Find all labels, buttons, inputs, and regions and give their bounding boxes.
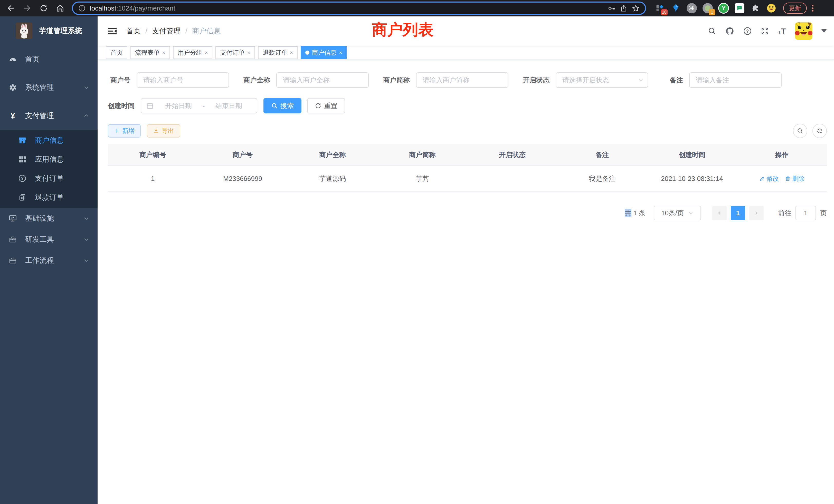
- sidebar-item-system[interactable]: 系统管理: [0, 73, 97, 101]
- sidebar-item-label: 基础设施: [25, 213, 54, 223]
- export-button[interactable]: 导出: [147, 124, 180, 138]
- reload-icon[interactable]: [36, 1, 51, 16]
- remark-input[interactable]: [689, 72, 782, 88]
- yen-circle-icon: ¥: [19, 174, 26, 182]
- extension-palette-icon[interactable]: 10: [654, 3, 665, 14]
- status-select[interactable]: 请选择开启状态: [556, 72, 648, 88]
- close-icon[interactable]: ×: [339, 50, 342, 56]
- browser-menu-icon[interactable]: [812, 5, 813, 12]
- full-name-input[interactable]: [276, 72, 369, 88]
- address-bar[interactable]: localhost:1024/pay/merchant: [72, 2, 646, 15]
- close-icon[interactable]: ×: [162, 50, 166, 56]
- add-button[interactable]: 新增: [108, 124, 141, 138]
- breadcrumb-home[interactable]: 首页: [126, 26, 141, 36]
- share-icon[interactable]: [620, 4, 628, 12]
- sidebar-item-label: 工作流程: [25, 256, 54, 265]
- sidebar-item-label: 商户信息: [35, 136, 64, 145]
- short-name-input[interactable]: [416, 72, 508, 88]
- screen: localhost:1024/pay/merchant 10 ⌘: [0, 0, 834, 504]
- close-icon[interactable]: ×: [247, 50, 250, 56]
- sidebar-item-dev-tools[interactable]: 研发工具: [0, 229, 97, 250]
- tags-view-bar: 首页 流程表单× 用户分组× 支付订单× 退款订单× 商户信息×: [97, 46, 834, 60]
- remark-label: 备注: [668, 76, 683, 85]
- table-row: 1 M233666999 芋道源码 芋艿 我是备注 2021-10-23 08:…: [108, 166, 827, 191]
- start-date-placeholder: 开始日期: [156, 101, 202, 110]
- extension-gray-icon[interactable]: 1: [702, 3, 713, 14]
- col-create-time: 创建时间: [647, 151, 737, 159]
- chrome-update-button[interactable]: 更新: [783, 3, 807, 14]
- url-text[interactable]: localhost:1024/pay/merchant: [90, 4, 603, 12]
- navbar-actions: ? тT: [708, 22, 827, 40]
- edit-link[interactable]: 修改: [759, 175, 779, 183]
- toggle-search-button[interactable]: [793, 124, 807, 138]
- prev-page-button[interactable]: [712, 206, 727, 220]
- tab-merchant-info[interactable]: 商户信息×: [301, 46, 347, 59]
- sidebar-item-infrastructure[interactable]: 基础设施: [0, 208, 97, 229]
- close-icon[interactable]: ×: [290, 50, 293, 56]
- extension-chat-icon[interactable]: [734, 3, 745, 14]
- sidebar-item-payment[interactable]: ¥ 支付管理: [0, 101, 97, 130]
- sidebar-item-refund-order[interactable]: 退款订单: [0, 188, 97, 207]
- col-full-name: 商户全称: [288, 151, 377, 159]
- delete-link[interactable]: 删除: [785, 175, 805, 183]
- tab-refund-order[interactable]: 退款订单×: [258, 46, 298, 59]
- extension-command-icon[interactable]: ⌘: [686, 3, 697, 14]
- close-icon[interactable]: ×: [205, 50, 208, 56]
- goto-page-input[interactable]: [795, 206, 816, 220]
- monitor-icon: [9, 214, 17, 223]
- sidebar-item-workflow[interactable]: 工作流程: [0, 250, 97, 271]
- sidebar-item-merchant-info[interactable]: 商户信息: [0, 131, 97, 150]
- search-icon[interactable]: [708, 27, 717, 36]
- github-icon[interactable]: [725, 26, 734, 36]
- tab-user-group[interactable]: 用户分组×: [173, 46, 213, 59]
- page-unit-label: 页: [820, 209, 827, 217]
- back-icon[interactable]: [3, 1, 19, 16]
- sidebar-collapse-icon[interactable]: [108, 27, 117, 35]
- total-count: 共 1 条: [625, 209, 645, 217]
- extensions-puzzle-icon[interactable]: [750, 3, 761, 14]
- breadcrumb-payment[interactable]: 支付管理: [152, 26, 181, 36]
- extension-kite-icon[interactable]: [670, 3, 681, 14]
- tab-flow-form[interactable]: 流程表单×: [130, 46, 170, 59]
- cell-merchant-no: M233666999: [198, 175, 288, 183]
- sidebar: 芋道管理系统 首页 系统管理 ¥ 支付管理: [0, 17, 97, 504]
- font-size-icon[interactable]: тT: [778, 27, 786, 36]
- tab-pay-order[interactable]: 支付订单×: [215, 46, 255, 59]
- profile-emoji-icon[interactable]: [766, 3, 777, 14]
- refresh-button[interactable]: [812, 124, 827, 138]
- help-icon[interactable]: ?: [743, 27, 752, 36]
- col-merchant-id: 商户编号: [108, 151, 198, 159]
- date-range-picker[interactable]: 开始日期 - 结束日期: [141, 98, 257, 113]
- extension-y-icon[interactable]: Y: [718, 3, 729, 14]
- merchant-no-input[interactable]: [137, 72, 229, 88]
- search-button[interactable]: 搜索: [263, 98, 302, 113]
- home-icon[interactable]: [52, 1, 68, 16]
- forward-icon[interactable]: [20, 1, 35, 16]
- page-1-button[interactable]: 1: [731, 206, 745, 220]
- sidebar-item-home[interactable]: 首页: [0, 45, 97, 73]
- col-merchant-no: 商户号: [198, 151, 288, 159]
- table-header: 商户编号 商户号 商户全称 商户简称 开启状态 备注 创建时间 操作: [108, 144, 827, 166]
- bookmark-star-icon[interactable]: [632, 4, 640, 12]
- briefcase-icon: [9, 257, 17, 264]
- col-actions: 操作: [737, 151, 827, 159]
- password-key-icon[interactable]: [608, 4, 616, 12]
- fullscreen-icon[interactable]: [761, 27, 769, 36]
- next-page-button[interactable]: [749, 206, 764, 220]
- sidebar-item-app-info[interactable]: 应用信息: [0, 150, 97, 169]
- user-avatar[interactable]: [795, 22, 812, 40]
- chevron-down-icon: [638, 77, 643, 83]
- page-size-select[interactable]: 10条/页: [654, 206, 701, 220]
- chevron-down-icon: [83, 85, 89, 91]
- site-info-icon[interactable]: [78, 4, 86, 12]
- col-remark: 备注: [557, 151, 647, 159]
- calendar-icon: [146, 102, 154, 109]
- chevron-down-icon: [688, 210, 694, 216]
- sidebar-item-label: 首页: [25, 54, 40, 64]
- sidebar-item-pay-order[interactable]: ¥ 支付订单: [0, 169, 97, 188]
- toolbox-icon: [9, 235, 17, 243]
- caret-down-icon[interactable]: [821, 29, 827, 33]
- tab-home[interactable]: 首页: [106, 46, 127, 59]
- app-logo: 芋道管理系统: [0, 17, 97, 45]
- reset-button[interactable]: 重置: [307, 98, 345, 113]
